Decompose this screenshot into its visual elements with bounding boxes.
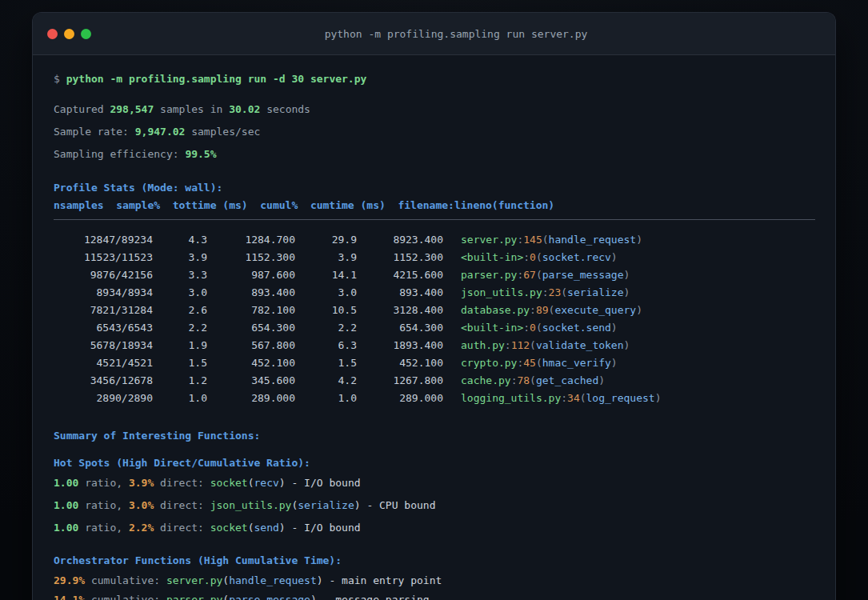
cumtime-value: 893.400 (357, 284, 443, 302)
direct-pct: 3.0% (129, 499, 154, 511)
paren-open: ( (530, 374, 536, 386)
paren-close: ) (655, 392, 662, 404)
command-text: python -m profiling.sampling run -d 30 s… (66, 73, 367, 85)
duration-value: 30.02 (229, 103, 260, 115)
hotspot-line: 1.00 ratio, 3.9% direct: socket(recv) - … (54, 475, 815, 490)
cumul-pct-value: 3.0 (295, 284, 357, 302)
nsamples-value: 3456/12678 (54, 372, 153, 390)
ratio-value: 1.00 (54, 499, 78, 511)
function-name: recv (254, 477, 279, 489)
target-name: server.py (166, 574, 222, 586)
colon: : (530, 304, 536, 316)
summary-heading: Summary of Interesting Functions: (54, 428, 815, 443)
paren-open: ( (536, 251, 542, 263)
terminal-window: python -m profiling.sampling run server.… (32, 12, 836, 600)
paren-close: ) (611, 357, 618, 369)
cumtime-value: 1893.400 (357, 337, 443, 354)
paren-open: ( (542, 234, 549, 246)
zoom-button[interactable] (81, 29, 91, 39)
colon: : (561, 392, 567, 404)
table-row: 3456/126781.2345.6004.21267.800cache.py:… (54, 372, 815, 390)
table-row: 6543/65432.2654.3002.2654.300<built-in>:… (54, 319, 815, 337)
colon: : (542, 286, 549, 298)
paren-close: ) (354, 499, 361, 511)
paren-close: ) (624, 286, 630, 298)
close-button[interactable] (47, 29, 58, 39)
function-location: json_utils.py:23(serialize) (461, 286, 630, 298)
direct-pct: 3.9% (129, 477, 154, 489)
nsamples-value: 6543/6543 (54, 319, 153, 337)
captured-line: Captured 298,547 samples in 30.02 second… (54, 102, 815, 117)
cumtime-value: 289.000 (357, 390, 443, 407)
line-number: 78 (517, 374, 530, 386)
tottime-value: 452.100 (207, 354, 295, 372)
paren-open: ( (580, 392, 586, 404)
cumul-pct-value: 1.5 (295, 354, 357, 372)
duration-unit: seconds (266, 103, 310, 115)
paren-close: ) (611, 251, 618, 263)
sample-rate-label: Sample rate: (54, 126, 129, 138)
hotspot-target: socket(recv) (210, 477, 286, 489)
paren-open: ( (248, 477, 254, 489)
function-location: crypto.py:45(hmac_verify) (461, 357, 618, 369)
sample-pct-value: 3.0 (153, 284, 207, 302)
cumulative-pct: 29.9% (54, 574, 85, 586)
captured-label: Captured (54, 103, 104, 115)
function-name: parse_message (229, 594, 310, 600)
paren-close: ) (636, 304, 642, 316)
table-row: 5678/189341.9567.8006.31893.400auth.py:1… (54, 337, 815, 354)
function-name: log_request (586, 392, 655, 404)
filename: server.py (461, 234, 517, 246)
ratio-label: ratio, (85, 522, 122, 534)
table-divider (54, 219, 815, 220)
nsamples-value: 7821/31284 (54, 302, 153, 319)
line-number: 67 (523, 269, 536, 281)
line-number: 0 (530, 322, 536, 334)
orchestrator-note: - message parsing (323, 594, 430, 600)
nsamples-value: 9876/42156 (54, 266, 153, 284)
direct-label: direct: (160, 499, 204, 511)
direct-label: direct: (160, 522, 204, 534)
cumulative-label: cumulative: (91, 574, 160, 586)
traffic-lights (47, 29, 91, 39)
cumul-pct-value: 10.5 (295, 302, 357, 319)
sample-rate-line: Sample rate: 9,947.02 samples/sec (54, 124, 815, 139)
paren-close: ) (611, 322, 618, 334)
tottime-value: 567.800 (207, 337, 295, 354)
cumul-pct-value: 3.9 (295, 249, 357, 266)
line-number: 34 (567, 392, 580, 404)
nsamples-value: 5678/18934 (54, 337, 153, 354)
cumul-pct-value: 1.0 (295, 390, 357, 407)
nsamples-value: 12847/89234 (54, 231, 153, 249)
table-row: 7821/312842.6782.10010.53128.400database… (54, 302, 815, 319)
minimize-button[interactable] (64, 29, 74, 39)
sample-rate-value: 9,947.02 (135, 126, 186, 138)
ratio-value: 1.00 (54, 477, 78, 489)
function-location: auth.py:112(validate_token) (461, 339, 630, 351)
line-number: 45 (523, 357, 536, 369)
nsamples-value: 8934/8934 (54, 284, 153, 302)
cumul-pct-value: 29.9 (295, 231, 357, 249)
hotspot-note: - I/O bound (291, 477, 360, 489)
sample-rate-unit: samples/sec (191, 126, 260, 138)
function-name: send (254, 522, 279, 534)
function-name: parse_message (542, 269, 624, 281)
nsamples-value: 11523/11523 (54, 249, 153, 266)
ratio-label: ratio, (85, 499, 122, 511)
target-name: socket (210, 522, 248, 534)
function-location: parser.py:67(parse_message) (461, 269, 630, 281)
terminal-output[interactable]: $ python -m profiling.sampling run -d 30… (33, 71, 835, 600)
terminal-titlebar: python -m profiling.sampling run server.… (33, 13, 835, 55)
table-row: 12847/892344.31284.70029.98923.400server… (54, 231, 815, 249)
orchestrators-heading: Orchestrator Functions (High Cumulative … (54, 553, 815, 568)
hotspot-note: - CPU bound (366, 499, 435, 511)
function-name: socket.recv (542, 251, 611, 263)
hotspot-target: socket(send) (210, 522, 286, 534)
function-location: database.py:89(execute_query) (461, 304, 642, 316)
cumulative-pct: 14.1% (54, 594, 85, 600)
tottime-value: 893.400 (207, 284, 295, 302)
cumtime-value: 452.100 (357, 354, 443, 372)
orchestrator-line: 29.9% cumulative: server.py(handle_reque… (54, 573, 815, 588)
orchestrator-target: parser.py(parse_message) (166, 594, 317, 600)
filename: <built-in> (461, 251, 523, 263)
